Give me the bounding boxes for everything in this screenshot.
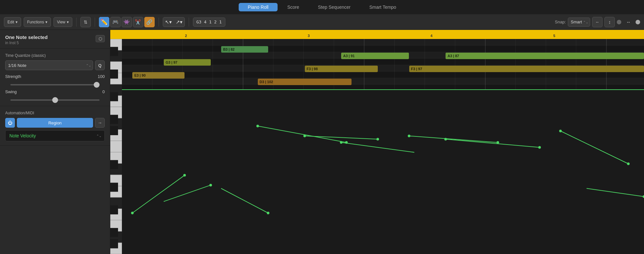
svg-rect-17 [110,126,118,135]
arrow-right-button[interactable]: → [95,118,105,128]
power-button[interactable]: ⏻ [5,118,15,128]
sep-1 [76,18,77,27]
svg-line-72 [341,143,414,152]
note-value-select[interactable]: 1/16 Note [5,60,93,70]
note-velocity-wrap: Note Velocity [5,130,105,141]
sep-4 [189,18,189,27]
toolbar: Edit ▾ Functions ▾ View ▾ ⇅ ✏️ 🎮 👾 ✂️ 🔗 … [0,14,644,30]
swing-slider[interactable] [10,99,100,101]
scissors-icon: ✂️ [135,19,141,25]
automation-label: Automation/MIDI [5,111,105,115]
svg-line-80 [560,131,628,164]
svg-point-71 [376,138,379,141]
svg-line-66 [258,126,347,143]
left-panel: ⬡ One Note selected in Inst 5 Time Quant… [0,30,110,254]
note-b3-82[interactable]: B3 | 82 [221,46,268,53]
sep-2 [95,18,95,27]
svg-line-62 [164,185,211,202]
pencil-tool-button[interactable]: ✏️ [99,17,109,27]
width-button[interactable]: ↔ [623,17,634,27]
grid-area[interactable]: B3 | 82 A3 | 91 A3 | 87 G3 | 97 F3 | 98 [122,39,644,254]
svg-point-75 [408,134,411,137]
tab-bar: Piano Roll Score Step Sequencer Smart Te… [0,0,644,14]
snap-label: Snap: [555,19,566,24]
automation-row: ⏻ Region → [5,118,105,128]
scissors-tool-button[interactable]: ✂️ [133,17,143,27]
automation-divider [122,89,644,90]
snap-expand-button[interactable]: ↔ [592,17,602,27]
svg-line-83 [587,188,644,197]
link-tool-button[interactable]: 🔗 [144,17,155,27]
svg-line-69 [305,136,378,139]
region-button[interactable]: Region [17,118,93,128]
quantize-row: 1/16 Note Q [5,60,105,70]
snap-group: Snap: Smart ↔ ↕ ↔ [555,17,640,27]
swing-label: Swing [5,89,38,94]
pointer-button[interactable]: ↗▾ [176,19,183,25]
velocity-area [122,90,644,254]
strength-label: Strength [5,74,38,79]
svg-rect-16 [110,115,118,124]
sort-button[interactable]: ⇅ [80,17,91,27]
swing-value: 0 [92,89,105,94]
quantize-section: Time Quantize (classic) 1/16 Note Q Stre… [0,49,110,106]
tab-step-sequencer[interactable]: Step Sequencer [309,3,360,11]
selection-title: One Note selected [5,34,105,40]
strength-row: Strength 100 [5,74,105,79]
functions-label: Functions [27,20,44,24]
view-chevron-icon: ▾ [67,20,69,24]
link-icon: 🔗 [146,19,152,25]
note-f3-97[interactable]: F3 | 97 [409,66,644,72]
snap-select-wrap: Smart [568,18,590,27]
q-button[interactable]: Q [95,60,105,70]
edit-chevron-icon: ▾ [16,20,18,24]
note-e3-90[interactable]: E3 | 90 [132,72,185,79]
svg-point-73 [340,141,342,144]
svg-point-61 [183,174,186,177]
drum-tool-button[interactable]: 👾 [122,17,132,27]
cursor-arrow-button[interactable]: ↖▾ [165,19,172,25]
tab-score[interactable]: Score [278,3,308,11]
keys-and-grid: B3 | 82 A3 | 91 A3 | 87 G3 | 97 F3 | 98 [110,39,644,254]
svg-rect-21 [110,228,118,237]
quantize-label: Time Quantize (classic) [5,53,105,58]
functions-chevron-icon: ▾ [45,20,47,24]
svg-point-81 [559,130,562,132]
note-d3-102[interactable]: D3 | 102 [258,79,352,85]
selection-sub: in Inst 5 [5,41,105,45]
tab-piano-roll[interactable]: Piano Roll [239,3,278,11]
svg-point-63 [209,184,212,186]
svg-point-84 [643,195,644,198]
brush-tool-button[interactable]: 🎮 [110,17,121,27]
velocity-svg [122,90,644,254]
capture-button[interactable]: ⬡ [96,35,105,42]
note-select-wrap: 1/16 Note [5,60,93,70]
strength-slider[interactable] [10,84,100,85]
ruler-mark-2: 2 [185,34,187,38]
functions-menu-button[interactable]: Functions ▾ [24,17,51,27]
zoom-in-button[interactable]: ↕ [604,17,615,27]
piano-roll-area: 2 3 4 5 [110,30,644,254]
note-a3-91[interactable]: A3 | 91 [341,53,409,59]
svg-rect-14 [110,70,118,79]
svg-rect-6 [110,141,122,152]
view-menu-button[interactable]: View ▾ [54,17,72,27]
snap-select[interactable]: Smart [568,18,590,27]
tab-smart-tempo[interactable]: Smart Tempo [360,3,405,11]
drum-icon: 👾 [124,19,130,25]
svg-line-59 [132,175,185,213]
note-f3-98[interactable]: F3 | 98 [305,66,378,72]
automation-section: Automation/MIDI ⏻ Region → Note Velocity [0,106,110,146]
edit-label: Edit [7,20,14,24]
ruler-mark-4: 4 [431,34,433,38]
selection-info: ⬡ One Note selected in Inst 5 [0,30,110,49]
piano-keys [110,39,122,254]
note-a3-87[interactable]: A3 | 87 [446,53,644,59]
note-velocity-select[interactable]: Note Velocity [5,130,105,141]
strength-slider-wrap [5,81,105,87]
note-g3-97[interactable]: G3 | 97 [164,59,211,66]
svg-point-82 [627,162,630,165]
edit-menu-button[interactable]: Edit ▾ [4,17,21,27]
main-area: ⬡ One Note selected in Inst 5 Time Quant… [0,30,644,254]
color-circle-icon [617,20,621,24]
